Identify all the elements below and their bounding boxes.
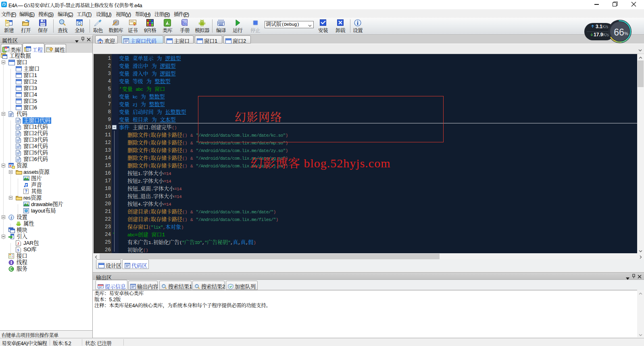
svg-text:?: ? bbox=[185, 23, 186, 25]
svg-text:e: e bbox=[5, 47, 7, 50]
svg-text:J: J bbox=[17, 242, 19, 246]
svg-text:?: ? bbox=[25, 189, 27, 194]
svg-text:i: i bbox=[11, 215, 12, 220]
svg-text:S: S bbox=[17, 248, 19, 252]
